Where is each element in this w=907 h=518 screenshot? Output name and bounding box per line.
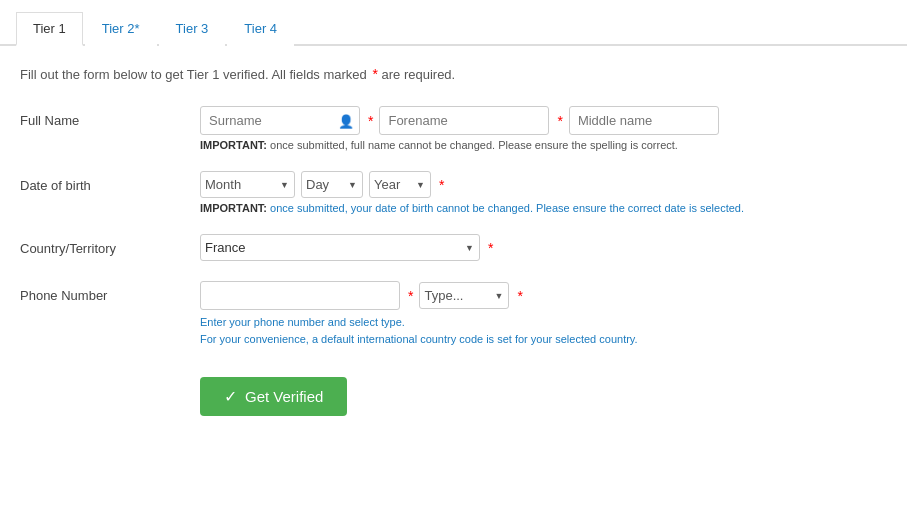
surname-wrapper: 👤 — [200, 106, 360, 135]
dob-label: Date of birth — [20, 171, 200, 193]
person-icon: 👤 — [338, 113, 354, 128]
year-select[interactable]: Year — [369, 171, 431, 198]
dob-required: * — [439, 177, 444, 193]
country-row: Country/Territory France Germany United … — [20, 234, 887, 261]
tab-tier3[interactable]: Tier 3 — [159, 12, 226, 46]
forename-required: * — [557, 113, 562, 129]
phone-row: Phone Number +33 * Type... Mobile Home W… — [20, 281, 887, 347]
dob-row: Date of birth Month JanuaryFebruaryMarch… — [20, 171, 887, 214]
phone-label: Phone Number — [20, 281, 200, 303]
fullname-row: Full Name 👤 * * IMPORTANT: once submitte… — [20, 106, 887, 151]
day-select[interactable]: Day — [301, 171, 363, 198]
country-label: Country/Territory — [20, 234, 200, 256]
dob-fields: Month JanuaryFebruaryMarch AprilMayJune … — [200, 171, 887, 214]
surname-required: * — [368, 113, 373, 129]
type-select-wrapper: Type... Mobile Home Work — [419, 282, 509, 309]
phone-input[interactable]: +33 — [200, 281, 400, 310]
phone-required: * — [408, 288, 413, 304]
tabs-container: Tier 1 Tier 2* Tier 3 Tier 4 — [0, 10, 907, 46]
forename-input[interactable] — [379, 106, 549, 135]
country-fields: France Germany United Kingdom United Sta… — [200, 234, 887, 261]
intro-text: Fill out the form below to get Tier 1 ve… — [20, 66, 887, 82]
checkmark-icon: ✓ — [224, 387, 237, 406]
tab-tier4[interactable]: Tier 4 — [227, 12, 294, 46]
type-required: * — [517, 288, 522, 304]
verify-button-label: Get Verified — [245, 388, 323, 405]
middlename-input[interactable] — [569, 106, 719, 135]
country-select[interactable]: France Germany United Kingdom United Sta… — [200, 234, 480, 261]
get-verified-button[interactable]: ✓ Get Verified — [200, 377, 347, 416]
year-select-wrapper: Year — [369, 171, 431, 198]
phone-fields: +33 * Type... Mobile Home Work * Enter y… — [200, 281, 887, 347]
country-select-wrapper: France Germany United Kingdom United Sta… — [200, 234, 480, 261]
tab-tier1[interactable]: Tier 1 — [16, 12, 83, 46]
surname-input[interactable] — [200, 106, 360, 135]
fullname-hint: IMPORTANT: once submitted, full name can… — [200, 139, 887, 151]
type-select[interactable]: Type... Mobile Home Work — [419, 282, 509, 309]
day-select-wrapper: Day — [301, 171, 363, 198]
month-select[interactable]: Month JanuaryFebruaryMarch AprilMayJune … — [200, 171, 295, 198]
fullname-label: Full Name — [20, 106, 200, 128]
country-required: * — [488, 240, 493, 256]
dob-hint: IMPORTANT: once submitted, your date of … — [200, 202, 887, 214]
tab-tier2[interactable]: Tier 2* — [85, 12, 157, 46]
form-content: Fill out the form below to get Tier 1 ve… — [0, 46, 907, 436]
fullname-fields: 👤 * * IMPORTANT: once submitted, full na… — [200, 106, 887, 151]
phone-hint: Enter your phone number and select type.… — [200, 314, 887, 347]
month-select-wrapper: Month JanuaryFebruaryMarch AprilMayJune … — [200, 171, 295, 198]
